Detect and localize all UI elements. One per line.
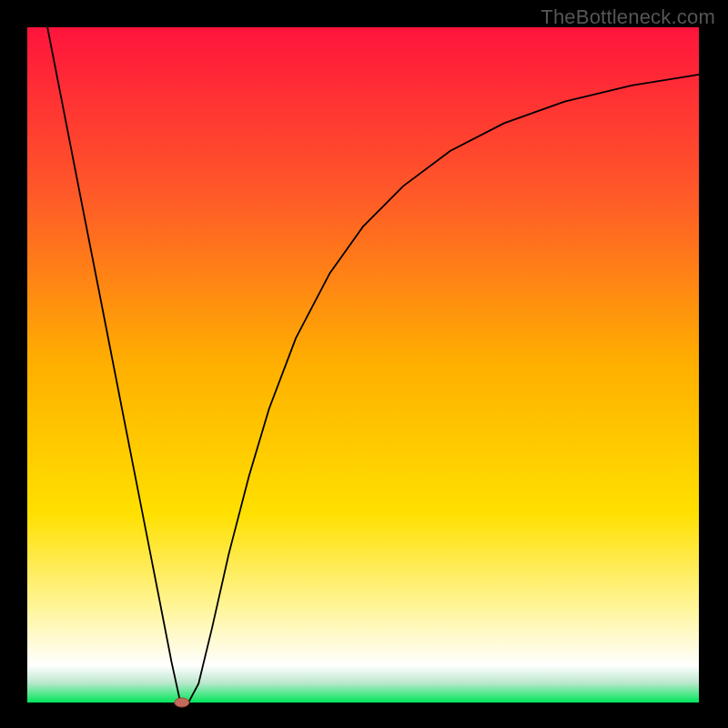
watermark-text: TheBottleneck.com: [541, 5, 715, 29]
bottleneck-chart: TheBottleneck.com: [0, 0, 728, 728]
chart-svg: [0, 0, 728, 728]
chart-background: [27, 27, 699, 703]
optimal-point-marker: [175, 698, 189, 707]
